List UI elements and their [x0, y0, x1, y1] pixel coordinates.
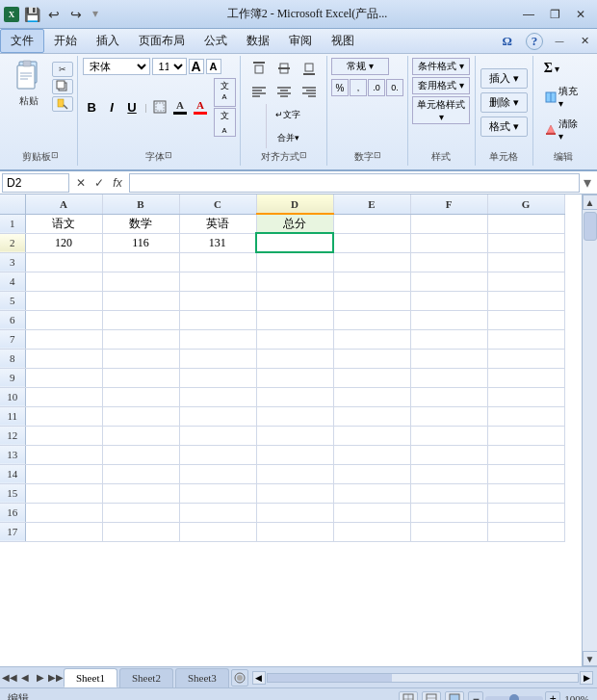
cell-A12[interactable] — [25, 426, 102, 445]
font-color-button[interactable]: A — [192, 97, 210, 117]
cell-A4[interactable] — [25, 272, 102, 291]
sheet-tab-2[interactable]: Sheet2 — [119, 668, 173, 687]
sheet-tab-1[interactable]: Sheet1 — [64, 668, 117, 687]
cell-B3[interactable] — [102, 252, 179, 272]
cell-F9[interactable] — [410, 368, 487, 387]
cell-E6[interactable] — [333, 310, 410, 329]
tab-first-btn[interactable]: ◀◀ — [2, 670, 17, 686]
row-number-9[interactable]: 9 — [0, 368, 25, 387]
tab-prev-btn[interactable]: ◀ — [17, 670, 33, 686]
col-header-D[interactable]: D — [256, 194, 333, 214]
cell-C2[interactable]: 131 — [179, 233, 256, 252]
cell-C14[interactable] — [179, 464, 256, 483]
minimize-button[interactable]: — — [516, 4, 541, 25]
cell-D8[interactable] — [256, 349, 333, 368]
align-right-btn[interactable] — [298, 81, 321, 102]
cell-D2[interactable] — [256, 233, 333, 252]
cell-C3[interactable] — [179, 252, 256, 272]
cell-E2[interactable] — [333, 233, 410, 252]
cell-G17[interactable] — [487, 522, 564, 541]
menu-item-data[interactable]: 数据 — [237, 29, 279, 53]
clear-button[interactable]: 清除 ▾ — [539, 115, 587, 144]
col-header-B[interactable]: B — [102, 194, 179, 214]
cell-G16[interactable] — [487, 503, 564, 522]
align-top-btn[interactable] — [247, 58, 271, 79]
cell-B12[interactable] — [102, 426, 179, 445]
cell-A3[interactable] — [25, 252, 102, 272]
cell-C11[interactable] — [179, 406, 256, 426]
cell-A6[interactable] — [25, 310, 102, 329]
cell-G4[interactable] — [487, 272, 564, 291]
align-expand-icon[interactable]: ⊡ — [299, 150, 307, 160]
cell-A17[interactable] — [25, 522, 102, 541]
cell-F6[interactable] — [410, 310, 487, 329]
conditional-format-btn[interactable]: 条件格式 ▾ — [412, 58, 470, 75]
cell-C15[interactable] — [179, 483, 256, 503]
cell-F4[interactable] — [410, 272, 487, 291]
font-size-select[interactable]: 11 — [152, 58, 187, 75]
cell-G15[interactable] — [487, 483, 564, 503]
sheet-add-button[interactable] — [231, 669, 248, 687]
align-left-btn[interactable] — [247, 81, 271, 102]
cell-B2[interactable]: 116 — [102, 233, 179, 252]
cell-A14[interactable] — [25, 464, 102, 483]
thousand-sep-btn[interactable]: , — [350, 79, 367, 96]
h-scroll-right-btn[interactable]: ▶ — [580, 671, 593, 685]
col-header-F[interactable]: F — [410, 194, 487, 214]
menu-item-pagelayout[interactable]: 页面布局 — [129, 29, 195, 53]
cell-F5[interactable] — [410, 291, 487, 310]
menu-item-file[interactable]: 文件 — [0, 29, 44, 53]
cell-B9[interactable] — [102, 368, 179, 387]
cell-B15[interactable] — [102, 483, 179, 503]
cell-C5[interactable] — [179, 291, 256, 310]
page-view-btn[interactable] — [422, 691, 441, 701]
row-number-15[interactable]: 15 — [0, 483, 25, 503]
cell-E7[interactable] — [333, 329, 410, 349]
menu-item-view[interactable]: 视图 — [322, 29, 364, 53]
formula-expand-icon[interactable]: ▾ — [580, 173, 595, 193]
close-button[interactable]: ✕ — [568, 4, 593, 25]
cell-A15[interactable] — [25, 483, 102, 503]
cell-B16[interactable] — [102, 503, 179, 522]
cell-F3[interactable] — [410, 252, 487, 272]
table-format-btn[interactable]: 套用格式 ▾ — [412, 77, 470, 94]
formula-cancel-btn[interactable]: ✕ — [72, 174, 90, 192]
cell-D5[interactable] — [256, 291, 333, 310]
align-bottom-btn[interactable] — [298, 58, 321, 79]
bold-button[interactable]: B — [83, 97, 101, 117]
cell-G9[interactable] — [487, 368, 564, 387]
cell-G8[interactable] — [487, 349, 564, 368]
tab-last-btn[interactable]: ▶▶ — [48, 670, 64, 686]
row-number-16[interactable]: 16 — [0, 503, 25, 522]
cell-G12[interactable] — [487, 426, 564, 445]
tab-next-btn[interactable]: ▶ — [33, 670, 48, 686]
cell-F1[interactable] — [410, 214, 487, 233]
row-number-17[interactable]: 17 — [0, 522, 25, 541]
cell-A13[interactable] — [25, 445, 102, 464]
cell-D1[interactable]: 总分 — [256, 214, 333, 233]
cell-F14[interactable] — [410, 464, 487, 483]
superscript-button[interactable]: 文 A — [214, 78, 236, 107]
clipboard-expand-icon[interactable]: ⊡ — [51, 150, 59, 160]
underline-button[interactable]: U — [123, 97, 142, 117]
zoom-out-btn[interactable]: − — [468, 691, 483, 701]
row-number-5[interactable]: 5 — [0, 291, 25, 310]
cell-D14[interactable] — [256, 464, 333, 483]
row-number-12[interactable]: 12 — [0, 426, 25, 445]
cell-styles-btn[interactable]: 单元格样式 ▾ — [412, 96, 470, 124]
cell-D13[interactable] — [256, 445, 333, 464]
undo-btn[interactable]: ↩ — [44, 5, 64, 24]
cell-G1[interactable] — [487, 214, 564, 233]
cell-B11[interactable] — [102, 406, 179, 426]
format-cells-btn[interactable]: 格式 ▾ — [480, 117, 528, 137]
cell-F8[interactable] — [410, 349, 487, 368]
col-header-G[interactable]: G — [487, 194, 564, 214]
cell-E12[interactable] — [333, 426, 410, 445]
cell-C12[interactable] — [179, 426, 256, 445]
menu-item-insert[interactable]: 插入 — [87, 29, 129, 53]
cell-F15[interactable] — [410, 483, 487, 503]
cell-B4[interactable] — [102, 272, 179, 291]
scroll-up-arrow[interactable]: ▲ — [583, 194, 598, 210]
align-center-btn[interactable] — [273, 81, 296, 102]
cell-B7[interactable] — [102, 329, 179, 349]
